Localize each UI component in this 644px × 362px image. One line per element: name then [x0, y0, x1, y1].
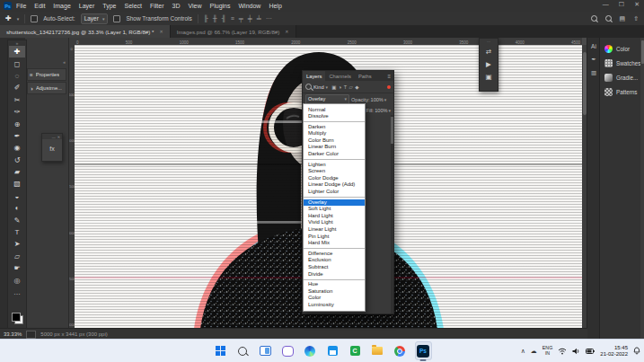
move-tool[interactable]: ✚ — [9, 46, 25, 57]
blend-mode-option[interactable]: Vivid Light — [304, 219, 365, 226]
blend-mode-option[interactable]: Linear Burn — [304, 144, 365, 151]
minimize-button[interactable]: — — [603, 1, 609, 8]
eyedropper-tool[interactable]: ✑ — [9, 106, 25, 118]
filter-kind-label[interactable]: Kind — [313, 84, 324, 90]
align-left-icon[interactable]: ╟ — [204, 15, 208, 22]
blend-mode-option[interactable]: Divide — [304, 271, 365, 278]
layers-scrollbar[interactable] — [391, 115, 393, 313]
menu-view[interactable]: View — [189, 3, 202, 9]
crop-tool[interactable]: ✂ — [9, 94, 25, 106]
search-icon[interactable] — [235, 342, 251, 359]
opacity-control[interactable]: Opacity: 100% ▾ — [351, 97, 386, 102]
start-icon[interactable] — [213, 342, 228, 359]
menu-image[interactable]: Image — [53, 3, 70, 9]
zoom-search-icon[interactable] — [605, 15, 612, 22]
close-icon[interactable]: ✕ — [160, 29, 163, 34]
blend-mode-option[interactable]: Darken — [304, 124, 365, 131]
tool-preset-caret-icon[interactable]: ▾ — [17, 16, 20, 22]
play-icon[interactable]: ▶ — [481, 57, 496, 70]
swatches-panel[interactable]: Swatches — [600, 56, 644, 70]
volume-icon[interactable] — [572, 348, 580, 355]
blend-mode-option[interactable]: Exclusion — [304, 257, 365, 264]
wifi-icon[interactable] — [558, 348, 567, 355]
blur-tool[interactable]: ◒ — [9, 190, 25, 202]
close-icon[interactable]: ✕ — [285, 29, 288, 34]
store-icon[interactable] — [325, 342, 340, 359]
history-brush-tool[interactable]: ↺ — [9, 155, 25, 166]
menu-layer[interactable]: Layer — [79, 3, 95, 9]
filter-pixel-layers-icon[interactable]: ▣ — [331, 84, 336, 90]
align-bottom-icon[interactable]: ╧ — [257, 15, 261, 22]
blend-mode-option[interactable]: Dissolve — [304, 113, 365, 120]
notification-bell-icon[interactable] — [633, 347, 640, 355]
type-tool[interactable]: T — [9, 226, 25, 238]
auto-select-target-dropdown[interactable]: Layer ▾ — [81, 13, 109, 24]
ai-panel-icon[interactable]: Ai — [591, 43, 596, 49]
share-icon[interactable]: ⇧ — [633, 15, 639, 22]
pen-tool[interactable]: ✎ — [9, 214, 25, 225]
healing-brush-tool[interactable]: ⊕ — [9, 118, 25, 129]
menu-plugins[interactable]: Plugins — [210, 3, 231, 9]
lasso-tool[interactable]: ◌ — [9, 70, 25, 82]
quick-selection-tool[interactable]: ✐ — [9, 82, 25, 93]
scrollbar-thumb[interactable] — [391, 117, 393, 144]
blend-mode-option[interactable]: Luminosity — [304, 302, 365, 309]
blend-mode-option[interactable]: Lighten — [304, 162, 365, 169]
edit-toolbar[interactable]: … — [9, 287, 25, 298]
distribute-icon[interactable]: ≡ — [231, 15, 234, 22]
patterns-panel[interactable]: Patterns — [600, 84, 644, 99]
blend-mode-option[interactable]: Pin Light — [304, 234, 365, 241]
dodge-tool[interactable]: ◐ — [9, 202, 25, 214]
show-transform-controls-checkbox[interactable] — [113, 15, 120, 22]
marquee-tool[interactable]: ◻ — [9, 57, 25, 69]
panel-scrollbar[interactable] — [640, 38, 644, 340]
panel-grip-icon[interactable]: ⋯ — [487, 39, 490, 45]
filter-smart-objects-icon[interactable]: ◆ — [355, 84, 358, 90]
file-explorer-icon[interactable] — [370, 342, 385, 359]
clock[interactable]: 15:45 21-02-2022 — [600, 345, 628, 358]
menu-file[interactable]: File — [16, 3, 26, 9]
clone-stamp-tool[interactable]: ◉ — [9, 142, 25, 154]
libraries-panel-icon[interactable]: ▥ — [591, 69, 596, 76]
blend-mode-option[interactable]: Subtract — [304, 264, 365, 271]
blend-mode-option[interactable]: Linear Light — [304, 226, 365, 234]
blend-mode-option[interactable]: Soft Light — [304, 206, 365, 213]
brush-settings-panel-icon[interactable]: ✒ — [591, 56, 595, 63]
collapse-panels-icon[interactable]: « — [63, 59, 66, 65]
gradients-panel[interactable]: Gradie... — [600, 70, 644, 84]
status-proxy-icon[interactable] — [26, 331, 36, 339]
onedrive-icon[interactable]: ☁ — [531, 348, 537, 355]
brush-tool[interactable]: ✒ — [9, 130, 25, 142]
shape-tool[interactable]: ▱ — [9, 251, 25, 262]
blend-mode-option[interactable]: Multiply — [304, 130, 365, 137]
document-tab[interactable]: shutterstock_1342172736.jpg @ 33.3% (Lay… — [0, 25, 171, 38]
chrome-icon[interactable] — [393, 342, 408, 359]
blend-mode-option[interactable]: Linear Dodge (Add) — [304, 181, 365, 189]
blend-mode-option[interactable]: Color — [304, 295, 365, 302]
adjustments-panel-button[interactable]: ◑Adjustme... — [27, 82, 66, 94]
menu-3d[interactable]: 3D — [172, 3, 181, 9]
search-icon[interactable] — [591, 15, 597, 22]
filter-shape-layers-icon[interactable]: ▱ — [349, 84, 353, 90]
blend-mode-option[interactable]: Difference — [304, 251, 365, 258]
fx-mini-panel[interactable]: —✕ fx — [41, 133, 63, 162]
task-view-icon[interactable] — [258, 342, 273, 359]
blend-mode-option[interactable]: Normal — [304, 107, 365, 114]
scrollbar-thumb[interactable] — [641, 40, 644, 64]
eraser-tool[interactable]: ▰ — [9, 166, 25, 178]
language-indicator[interactable]: ENG IN — [543, 346, 552, 356]
chat-icon[interactable] — [280, 342, 296, 359]
menu-window[interactable]: Window — [239, 3, 261, 9]
menu-filter[interactable]: Filter — [150, 3, 164, 9]
menu-edit[interactable]: Edit — [34, 3, 45, 9]
shuffle-icon[interactable]: ⇄ — [481, 45, 496, 57]
align-right-icon[interactable]: ╢ — [222, 15, 226, 22]
properties-panel-button[interactable]: ≡Properties — [27, 68, 66, 81]
align-middle-icon[interactable]: ╪ — [248, 15, 252, 22]
panel-tab-channels[interactable]: Channels — [325, 71, 355, 81]
path-selection-tool[interactable]: ➤ — [9, 238, 25, 250]
auto-select-checkbox[interactable] — [31, 15, 38, 22]
panel-menu-icon[interactable]: ≡ — [387, 71, 393, 81]
document-tab[interactable]: Images.psd @ 66.7% (Layer 19, RGB/8#)✕ — [171, 25, 296, 38]
edge-icon[interactable] — [303, 342, 318, 359]
